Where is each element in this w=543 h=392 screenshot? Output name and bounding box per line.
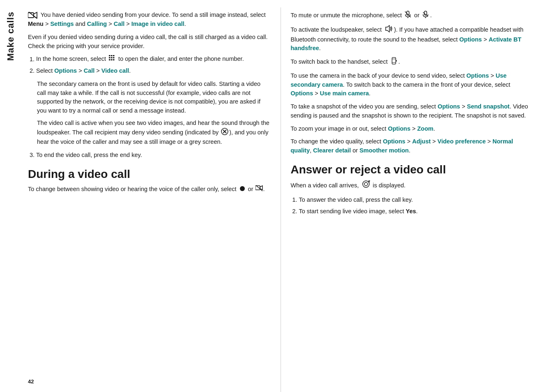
intro-para1: You have denied video sending from your … bbox=[28, 11, 271, 29]
right-para2: To activate the loudspeaker, select ). I… bbox=[291, 25, 534, 53]
intro-and: and bbox=[74, 21, 87, 27]
svg-rect-9 bbox=[109, 59, 110, 60]
right-para7: To change the video quality, select Opti… bbox=[291, 137, 534, 155]
indent-para2: The video call is active when you see tw… bbox=[37, 119, 271, 147]
svg-rect-7 bbox=[111, 57, 113, 58]
svg-line-24 bbox=[423, 12, 428, 16]
intro-settings: Settings bbox=[50, 21, 74, 27]
step-1: In the home screen, select to open the bbox=[36, 55, 271, 64]
intro-gt1: > bbox=[44, 21, 51, 27]
right-para6: To zoom your image in or out, select Opt… bbox=[291, 125, 534, 134]
mute-icon bbox=[404, 11, 412, 21]
intro-text1: You have denied video sending from your … bbox=[41, 12, 266, 18]
video-off-icon bbox=[255, 185, 263, 194]
video-denied-icon bbox=[28, 11, 38, 20]
intro-calling: Calling bbox=[87, 21, 107, 27]
svg-rect-16 bbox=[255, 186, 260, 190]
svg-point-15 bbox=[240, 186, 245, 191]
handset-icon bbox=[390, 57, 398, 67]
svg-point-29 bbox=[363, 181, 369, 187]
video-on-icon bbox=[239, 185, 246, 194]
svg-marker-25 bbox=[386, 25, 389, 32]
answer-intro: When a video call arrives, is displayed. bbox=[291, 180, 534, 191]
svg-rect-5 bbox=[113, 55, 115, 56]
main-content: You have denied video sending from your … bbox=[21, 0, 543, 392]
video-call-icon bbox=[361, 180, 370, 191]
svg-point-30 bbox=[364, 182, 368, 186]
right-para5: To take a snapshot of the video you are … bbox=[291, 102, 534, 120]
svg-rect-3 bbox=[109, 55, 110, 56]
step3-list: To end the video call, press the end key… bbox=[36, 151, 271, 160]
sidebar: Make calls bbox=[0, 0, 21, 392]
left-column: You have denied video sending from your … bbox=[21, 7, 281, 392]
svg-rect-8 bbox=[113, 57, 115, 58]
steps-list: In the home screen, select to open the bbox=[36, 55, 271, 76]
during-para1: To change between showing video or heari… bbox=[28, 185, 271, 194]
intro-image: Image in video call bbox=[131, 21, 184, 27]
step-3: To end the video call, press the end key… bbox=[36, 151, 271, 160]
loudspeaker-icon bbox=[384, 25, 393, 35]
right-para1: To mute or unmute the microphone, select… bbox=[291, 11, 534, 21]
answer-steps-list: To answer the video call, press the call… bbox=[299, 196, 534, 216]
during-heading: During a video call bbox=[28, 167, 271, 181]
page-number: 42 bbox=[28, 378, 34, 385]
right-column: To mute or unmute the microphone, select… bbox=[281, 7, 543, 392]
intro-call: Call bbox=[114, 21, 125, 27]
svg-rect-4 bbox=[111, 55, 113, 56]
intro-gt3: > bbox=[124, 21, 131, 27]
right-para3: To switch back to the handset, select . bbox=[291, 57, 534, 67]
right-para4: To use the camera in the back of your de… bbox=[291, 71, 534, 98]
answer-heading: Answer or reject a video call bbox=[291, 163, 534, 177]
step2-indent: The secondary camera on the front is use… bbox=[37, 80, 271, 147]
svg-rect-6 bbox=[109, 57, 110, 58]
svg-rect-26 bbox=[392, 58, 396, 64]
step-2: Select Options > Call > Video call. bbox=[36, 67, 271, 76]
intro-gt2: > bbox=[107, 21, 114, 27]
dialer-icon bbox=[108, 55, 116, 64]
answer-step-1: To answer the video call, press the call… bbox=[299, 196, 534, 205]
intro-menu: Menu bbox=[28, 21, 44, 27]
intro-para2: Even if you denied video sending during … bbox=[28, 33, 271, 51]
svg-rect-11 bbox=[113, 59, 115, 60]
svg-rect-10 bbox=[111, 59, 113, 60]
sidebar-label: Make calls bbox=[5, 12, 16, 61]
unmute-icon bbox=[422, 11, 429, 21]
indent-para1: The secondary camera on the front is use… bbox=[37, 80, 271, 115]
answer-step-2: To start sending live video image, selec… bbox=[299, 207, 534, 216]
video-denied-small-icon bbox=[221, 128, 228, 138]
